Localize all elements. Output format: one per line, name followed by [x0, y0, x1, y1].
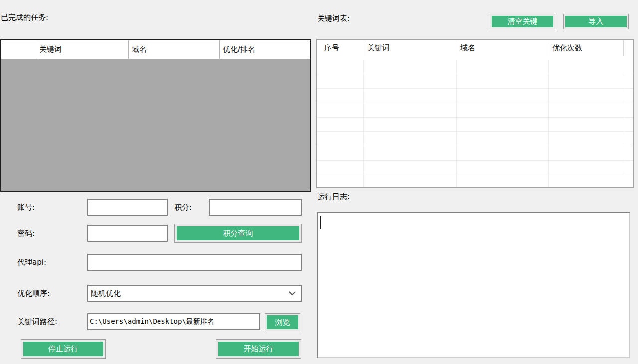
optimize-order-select[interactable]: 随机优化 [87, 285, 302, 302]
keyword-col-keyword: 关键词 [363, 40, 456, 56]
keyword-col-index: 序号 [317, 40, 363, 56]
column-divider [363, 60, 364, 187]
keyword-table-row[interactable] [317, 146, 633, 161]
completed-tasks-list[interactable] [1, 60, 310, 191]
keyword-col-domain: 域名 [456, 40, 548, 56]
keyword-table-row[interactable] [317, 89, 633, 103]
password-label: 密码: [17, 229, 35, 238]
import-button[interactable]: 导入 [563, 14, 629, 29]
run-log-textarea[interactable] [317, 212, 630, 358]
keyword-table-header: 序号 关键词 域名 优化次数 [317, 40, 633, 60]
completed-col-keyword: 关键词 [36, 40, 129, 59]
completed-col-select [1, 40, 36, 59]
completed-tasks-table-header: 关键词 域名 优化/排名 [1, 40, 310, 59]
keyword-path-input[interactable] [88, 314, 259, 329]
completed-tasks-table: 关键词 域名 优化/排名 [0, 39, 311, 192]
column-divider [624, 60, 624, 187]
keyword-path-label: 关键词路径: [17, 317, 57, 327]
proxy-api-input[interactable] [88, 255, 301, 270]
account-label: 账号: [17, 203, 35, 212]
run-log-label: 运行日志: [318, 192, 350, 202]
clear-keywords-button-label: 清空关键 [492, 16, 553, 27]
password-input[interactable] [88, 226, 167, 241]
keyword-table-row[interactable] [317, 161, 633, 175]
keyword-table-row[interactable] [317, 132, 633, 146]
chevron-down-icon [289, 291, 296, 296]
keyword-col-filler [624, 40, 633, 56]
start-run-button[interactable]: 开始运行 [216, 339, 301, 359]
keyword-table-row[interactable] [317, 103, 633, 118]
stop-run-button-label: 停止运行 [23, 342, 103, 356]
browse-button[interactable]: 浏览 [265, 313, 300, 331]
keyword-table-body[interactable] [317, 60, 633, 187]
optimize-order-value: 随机优化 [91, 289, 121, 298]
column-divider [548, 60, 549, 187]
clear-keywords-button[interactable]: 清空关键 [490, 14, 555, 29]
keyword-table-row[interactable] [317, 74, 633, 89]
points-input[interactable] [210, 200, 301, 215]
points-label: 积分: [174, 203, 192, 212]
keyword-table-label: 关键词表: [318, 14, 350, 23]
keyword-table: 序号 关键词 域名 优化次数 [316, 39, 634, 188]
browse-button-label: 浏览 [267, 315, 298, 329]
stop-run-button[interactable]: 停止运行 [21, 339, 106, 359]
keyword-table-row[interactable] [317, 118, 633, 132]
app-window: 已完成的任务: 关键词 域名 优化/排名 账号: 积分: 密码: 积分查询 代理… [0, 0, 638, 364]
column-divider [456, 60, 457, 187]
completed-col-rank: 优化/排名 [220, 40, 310, 59]
optimize-order-label: 优化顺序: [17, 289, 50, 298]
start-run-button-label: 开始运行 [218, 342, 299, 356]
import-button-label: 导入 [565, 16, 627, 27]
keyword-col-count: 优化次数 [548, 40, 624, 56]
account-input[interactable] [88, 200, 167, 215]
keyword-table-row[interactable] [317, 60, 633, 74]
proxy-api-label: 代理api: [17, 258, 46, 267]
completed-col-domain: 域名 [129, 40, 220, 59]
points-query-button[interactable]: 积分查询 [174, 224, 302, 243]
points-query-button-label: 积分查询 [177, 226, 299, 240]
completed-tasks-label: 已完成的任务: [1, 13, 48, 22]
text-caret [320, 216, 321, 229]
keyword-table-row[interactable] [317, 175, 633, 187]
